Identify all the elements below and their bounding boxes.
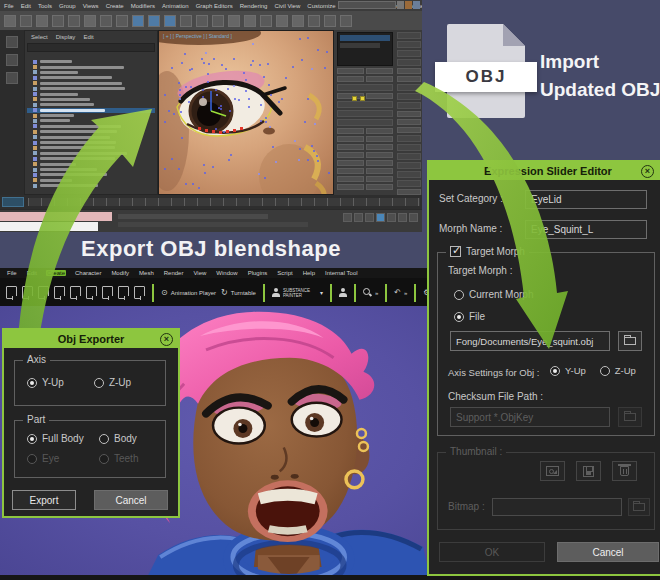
max-toolbar-icon[interactable]: [36, 15, 48, 27]
playback-controls[interactable]: [343, 213, 418, 222]
export-button[interactable]: Export: [12, 490, 76, 510]
close-icon[interactable]: ×: [160, 333, 173, 346]
animation-player-button[interactable]: ⊙ Animation Player: [161, 288, 216, 297]
explorer-sort-bar[interactable]: [27, 43, 155, 52]
obj-axis-radio[interactable]: Y-Up: [550, 365, 586, 376]
rollout-header[interactable]: [397, 41, 421, 48]
rollout-header[interactable]: [397, 32, 421, 39]
part-radio[interactable]: Full Body: [27, 433, 99, 444]
max-toolbar-icon[interactable]: [308, 15, 320, 27]
modifier-stack[interactable]: [337, 32, 393, 66]
rollout-header[interactable]: [337, 110, 393, 117]
open-project-icon[interactable]: [22, 286, 33, 299]
cc-menu-item[interactable]: Script: [276, 270, 293, 276]
max-menu-item[interactable]: Civil View: [274, 3, 300, 9]
cc-menu-item[interactable]: Window: [215, 270, 238, 276]
zoom-tool-button[interactable]: »: [363, 288, 378, 297]
close-icon[interactable]: ×: [641, 165, 654, 178]
rollout-buttons[interactable]: [337, 168, 393, 174]
cc-menu-item[interactable]: Help: [302, 270, 316, 276]
rollout-buttons[interactable]: [337, 160, 393, 166]
import-icon[interactable]: [54, 286, 65, 299]
rollout-header[interactable]: [397, 59, 421, 66]
color-swatch[interactable]: [352, 96, 357, 101]
rollout-header[interactable]: [397, 102, 421, 109]
max-menu-item[interactable]: Animation: [162, 3, 189, 9]
axis-radio[interactable]: Z-Up: [94, 377, 131, 388]
cc-menu-item[interactable]: Create: [46, 270, 66, 276]
rollout-header[interactable]: [397, 93, 421, 100]
max-toolbar-icon[interactable]: [340, 15, 352, 27]
rollout-header[interactable]: [397, 180, 421, 187]
explorer-tab[interactable]: Display: [56, 34, 76, 40]
rollout-buttons[interactable]: [397, 127, 421, 133]
target-morph-checkbox[interactable]: [450, 246, 461, 257]
current-morph-radio[interactable]: Current Morph: [454, 289, 533, 300]
cc-menu-item[interactable]: Character: [74, 270, 102, 276]
max-menu-item[interactable]: File: [4, 3, 14, 9]
max-menu-item[interactable]: Views: [83, 3, 99, 9]
rollout-header[interactable]: [397, 135, 421, 142]
max-menu-item[interactable]: Graph Editors: [196, 3, 233, 9]
rollout-buttons[interactable]: [397, 111, 421, 117]
rollout-header[interactable]: [397, 144, 421, 151]
max-menu-item[interactable]: Create: [106, 3, 124, 9]
set-category-field[interactable]: EyeLid: [525, 190, 647, 209]
max-toolbar-icon[interactable]: [4, 15, 16, 27]
rollout-buttons[interactable]: [337, 68, 393, 74]
rollout-buttons[interactable]: [337, 136, 393, 142]
file-radio[interactable]: File: [454, 311, 485, 322]
cc-menu-item[interactable]: Plugins: [247, 270, 269, 276]
save-project-icon[interactable]: [38, 286, 49, 299]
cc-menu-item[interactable]: Edit: [26, 270, 38, 276]
rollout-buttons[interactable]: [337, 76, 393, 82]
rollout-buttons[interactable]: [337, 128, 393, 134]
max-toolbar-icon[interactable]: [244, 15, 256, 27]
max-toolbar-icon[interactable]: [260, 15, 272, 27]
viewport-label[interactable]: [ + ] [ Perspective ] [ Standard ]: [163, 33, 232, 39]
obj-axis-radio[interactable]: Z-Up: [600, 365, 636, 376]
max-toolbar-icon[interactable]: [324, 15, 336, 27]
max-toolbar-icon[interactable]: [180, 15, 192, 27]
max-menu-item[interactable]: Group: [59, 3, 76, 9]
max-toolbar-icon[interactable]: [68, 15, 80, 27]
new-project-icon[interactable]: [6, 286, 17, 299]
axis-radio[interactable]: Y-Up: [27, 377, 64, 388]
max-toolbar-icon[interactable]: [148, 15, 160, 27]
cc-menu-item[interactable]: Mesh: [138, 270, 155, 276]
cc-menu-item[interactable]: Modify: [110, 270, 130, 276]
morph-name-field[interactable]: Eye_Squint_L: [525, 220, 647, 239]
rollout-header[interactable]: [397, 153, 421, 160]
goz-icon[interactable]: [118, 286, 129, 299]
rollout-buttons[interactable]: [397, 76, 421, 82]
browse-file-button[interactable]: [618, 331, 642, 351]
max-toolbar-icon[interactable]: [20, 15, 32, 27]
rollout-buttons[interactable]: [337, 144, 393, 150]
max-menu-item[interactable]: Edit: [21, 3, 31, 9]
max-menu-item[interactable]: Modifiers: [131, 3, 155, 9]
obj-exporter-titlebar[interactable]: Obj Exporter ×: [4, 330, 178, 348]
rollout-header[interactable]: [337, 84, 393, 91]
rollout-header[interactable]: [397, 84, 421, 91]
max-toolbar-icon[interactable]: [228, 15, 240, 27]
undo-button[interactable]: ↶ »: [394, 288, 407, 297]
part-radio[interactable]: Body: [99, 433, 159, 444]
max-toolbar-icon[interactable]: [164, 15, 176, 27]
turntable-button[interactable]: ↻ Turntable: [221, 288, 256, 297]
rollout-buttons[interactable]: [337, 93, 393, 99]
rollout-buttons[interactable]: [397, 68, 421, 74]
max-toolbar-icon[interactable]: [116, 15, 128, 27]
rollout-header[interactable]: [397, 162, 421, 169]
checksum-field[interactable]: Support *.ObjKey: [450, 407, 610, 427]
max-toolbar-icon[interactable]: [292, 15, 304, 27]
file-path-field[interactable]: Fong/Documents/Eye_squint.obj: [450, 331, 610, 351]
max-workspace-dropdown[interactable]: [338, 1, 396, 9]
cancel-button[interactable]: Cancel: [94, 490, 168, 510]
cancel-button[interactable]: Cancel: [557, 542, 659, 562]
max-toolbar-icon[interactable]: [196, 15, 208, 27]
cc-menu-item[interactable]: Render: [163, 270, 185, 276]
maxscript-listener[interactable]: [0, 212, 112, 221]
color-swatch[interactable]: [360, 96, 365, 101]
rollout-header[interactable]: [337, 101, 393, 108]
max-menu-item[interactable]: Tools: [38, 3, 52, 9]
